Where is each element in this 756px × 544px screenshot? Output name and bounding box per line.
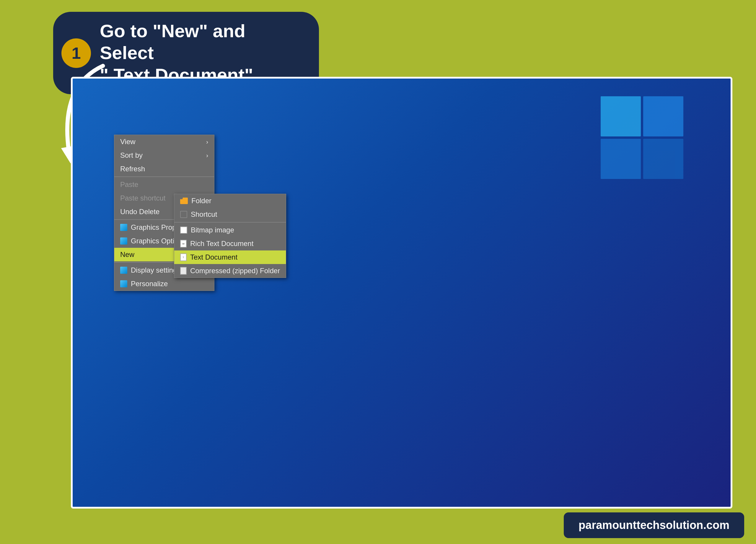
new-label: New bbox=[120, 250, 134, 259]
windows-logo bbox=[601, 96, 683, 179]
paste-shortcut-label: Paste shortcut bbox=[120, 194, 165, 202]
desktop-screenshot: View › Sort by › Refresh Paste Paste sho… bbox=[71, 77, 732, 509]
submenu-item-shortcut[interactable]: Shortcut bbox=[174, 208, 286, 221]
display-settings-label: Display settings bbox=[131, 266, 180, 274]
submenu-item-folder[interactable]: Folder bbox=[174, 194, 286, 208]
menu-item-view[interactable]: View › bbox=[114, 135, 214, 149]
personalize-label: Personalize bbox=[131, 280, 168, 288]
personalize-icon bbox=[120, 280, 127, 287]
view-arrow: › bbox=[206, 139, 208, 145]
richtxt-icon: W bbox=[180, 240, 187, 247]
graphics-props-icon bbox=[120, 224, 127, 231]
submenu-item-zip[interactable]: Compressed (zipped) Folder bbox=[174, 264, 286, 278]
folder-icon bbox=[180, 198, 188, 204]
folder-label: Folder bbox=[191, 197, 211, 205]
submenu-new: Folder Shortcut Bitmap image W Rich Text… bbox=[174, 194, 286, 278]
undo-delete-label: Undo Delete bbox=[120, 208, 159, 216]
view-label: View bbox=[120, 138, 136, 146]
bitmap-icon bbox=[180, 227, 187, 234]
bitmap-label: Bitmap image bbox=[191, 226, 234, 234]
textdoc-icon: T bbox=[180, 253, 187, 261]
submenu-item-textdoc[interactable]: T Text Document bbox=[174, 250, 286, 264]
submenu-divider-1 bbox=[174, 222, 286, 222]
footer-website: paramounttechsolution.com bbox=[564, 512, 744, 538]
refresh-label: Refresh bbox=[120, 165, 145, 173]
shortcut-icon bbox=[180, 211, 187, 218]
divider-1 bbox=[114, 177, 214, 177]
menu-item-personalize[interactable]: Personalize bbox=[114, 277, 214, 291]
submenu-item-bitmap[interactable]: Bitmap image bbox=[174, 223, 286, 237]
paste-label: Paste bbox=[120, 180, 138, 189]
submenu-item-richtxt[interactable]: W Rich Text Document bbox=[174, 237, 286, 250]
sortby-arrow: › bbox=[206, 152, 208, 159]
header-title: Go to "New" and Select " Text Document" bbox=[100, 20, 301, 86]
richtxt-label: Rich Text Document bbox=[190, 240, 253, 248]
sortby-label: Sort by bbox=[120, 151, 143, 159]
shortcut-label: Shortcut bbox=[191, 210, 217, 219]
menu-item-paste: Paste bbox=[114, 178, 214, 191]
menu-item-refresh[interactable]: Refresh bbox=[114, 162, 214, 176]
graphics-options-icon bbox=[120, 237, 127, 245]
menu-item-sortby[interactable]: Sort by › bbox=[114, 149, 214, 162]
zip-label: Compressed (zipped) Folder bbox=[190, 267, 280, 275]
textdoc-label: Text Document bbox=[190, 253, 237, 261]
display-settings-icon bbox=[120, 267, 127, 274]
zip-icon bbox=[180, 267, 187, 275]
